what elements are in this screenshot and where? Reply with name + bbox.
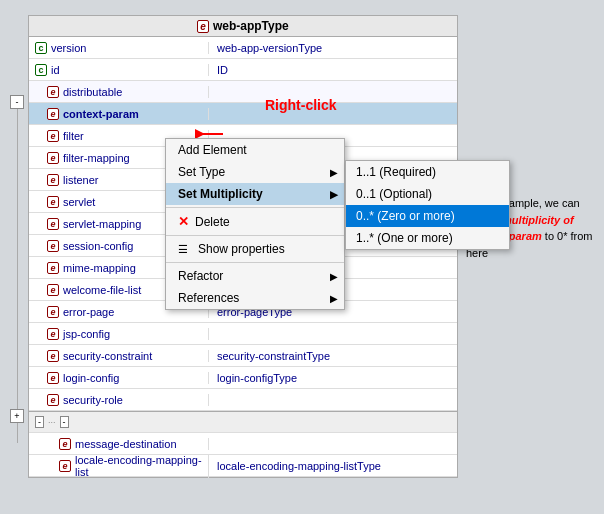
icon-e: e <box>47 328 59 340</box>
menu-item-label: Set Type <box>178 165 225 179</box>
connector <box>17 109 18 409</box>
row-label: listener <box>63 174 98 186</box>
icon-e: e <box>47 218 59 230</box>
left-expanders: - + <box>10 95 24 443</box>
table-row: e security-role <box>29 389 457 411</box>
row-label: locale-encoding-mapping-list <box>75 454 208 478</box>
menu-item-add-element[interactable]: Add Element <box>166 139 344 161</box>
menu-separator <box>166 207 344 208</box>
properties-icon: ☰ <box>178 243 188 256</box>
expand-btn-1[interactable]: - <box>10 95 24 109</box>
row-label: login-config <box>63 372 119 384</box>
row-label: context-param <box>63 108 139 120</box>
delete-icon: ✕ <box>178 214 189 229</box>
icon-e: e <box>47 350 59 362</box>
table-row-context-param[interactable]: e context-param <box>29 103 457 125</box>
submenu-arrow: ▶ <box>330 167 338 178</box>
icon-c: c <box>35 64 47 76</box>
submenu-item-label: 0..1 (Optional) <box>356 187 432 201</box>
row-label: welcome-file-list <box>63 284 141 296</box>
submenu-arrow: ▶ <box>330 189 338 200</box>
row-label: security-constraint <box>63 350 152 362</box>
right-click-label: Right-click <box>265 97 337 113</box>
table-row: e security-constraint security-constrain… <box>29 345 457 367</box>
title-label: web-appType <box>213 19 289 33</box>
menu-item-show-properties[interactable]: ☰ Show properties <box>166 238 344 260</box>
menu-item-set-multiplicity[interactable]: Set Multiplicity ▶ <box>166 183 344 205</box>
row-label: error-page <box>63 306 114 318</box>
row-value: locale-encoding-mapping-listType <box>209 460 381 472</box>
row-label: security-role <box>63 394 123 406</box>
menu-item-delete[interactable]: ✕ Delete <box>166 210 344 233</box>
row-label: filter <box>63 130 84 142</box>
row-label: id <box>51 64 60 76</box>
row-label: mime-mapping <box>63 262 136 274</box>
menu-separator2 <box>166 235 344 236</box>
submenu-arrow: ▶ <box>330 271 338 282</box>
table-row: e login-config login-configType <box>29 367 457 389</box>
icon-e: e <box>59 438 71 450</box>
table-row: c version web-app-versionType <box>29 37 457 59</box>
expand-btn-2[interactable]: + <box>10 409 24 423</box>
title-bar: e web-appType <box>29 16 457 37</box>
menu-item-label: Refactor <box>178 269 223 283</box>
table-row: e message-destination <box>29 433 457 455</box>
menu-item-label: Add Element <box>178 143 247 157</box>
menu-item-refactor[interactable]: Refactor ▶ <box>166 265 344 287</box>
table-row: e locale-encoding-mapping-list locale-en… <box>29 455 457 477</box>
icon-e: e <box>47 174 59 186</box>
menu-item-set-type[interactable]: Set Type ▶ <box>166 161 344 183</box>
icon-e: e <box>47 240 59 252</box>
menu-item-label: Set Multiplicity <box>178 187 263 201</box>
submenu-multiplicity: 1..1 (Required) 0..1 (Optional) 0..* (Ze… <box>345 160 510 250</box>
connector2 <box>17 423 18 443</box>
table-row: e jsp-config <box>29 323 457 345</box>
icon-e: e <box>47 152 59 164</box>
row-label: jsp-config <box>63 328 110 340</box>
title-icon: e <box>197 20 209 33</box>
row-value: security-constraintType <box>209 350 330 362</box>
row-label: filter-mapping <box>63 152 130 164</box>
table-row: e distributable <box>29 81 457 103</box>
menu-item-label: Show properties <box>198 242 285 256</box>
submenu-item-label: 1..* (One or more) <box>356 231 453 245</box>
submenu-arrow: ▶ <box>330 293 338 304</box>
submenu-item-0-1[interactable]: 0..1 (Optional) <box>346 183 509 205</box>
icon-e: e <box>47 306 59 318</box>
icon-e: e <box>47 372 59 384</box>
row-label: version <box>51 42 86 54</box>
icon-e: e <box>47 196 59 208</box>
table-row: c id ID <box>29 59 457 81</box>
submenu-item-0-star[interactable]: 0..* (Zero or more) <box>346 205 509 227</box>
submenu-item-1-1[interactable]: 1..1 (Required) <box>346 161 509 183</box>
icon-e: e <box>47 262 59 274</box>
row-label: distributable <box>63 86 122 98</box>
submenu-item-label: 0..* (Zero or more) <box>356 209 455 223</box>
icon-c: c <box>35 42 47 54</box>
submenu-item-label: 1..1 (Required) <box>356 165 436 179</box>
row-label: servlet <box>63 196 95 208</box>
row-value: login-configType <box>209 372 297 384</box>
row-label: session-config <box>63 240 133 252</box>
expander-icon2[interactable]: - <box>60 416 69 428</box>
icon-e: e <box>47 108 59 120</box>
icon-e: e <box>47 284 59 296</box>
row-value: web-app-versionType <box>209 42 322 54</box>
menu-item-label: References <box>178 291 239 305</box>
icon-e: e <box>47 130 59 142</box>
icon-e: e <box>47 86 59 98</box>
row-label: message-destination <box>75 438 177 450</box>
separator-row: - ··· - <box>29 411 457 433</box>
icon-e: e <box>59 460 71 472</box>
row-value: ID <box>209 64 228 76</box>
menu-separator3 <box>166 262 344 263</box>
row-label: servlet-mapping <box>63 218 141 230</box>
submenu-item-1-star[interactable]: 1..* (One or more) <box>346 227 509 249</box>
menu-item-references[interactable]: References ▶ <box>166 287 344 309</box>
expander-icon[interactable]: - <box>35 416 44 428</box>
menu-item-label: Delete <box>195 215 230 229</box>
context-menu: Add Element Set Type ▶ Set Multiplicity … <box>165 138 345 310</box>
icon-e: e <box>47 394 59 406</box>
